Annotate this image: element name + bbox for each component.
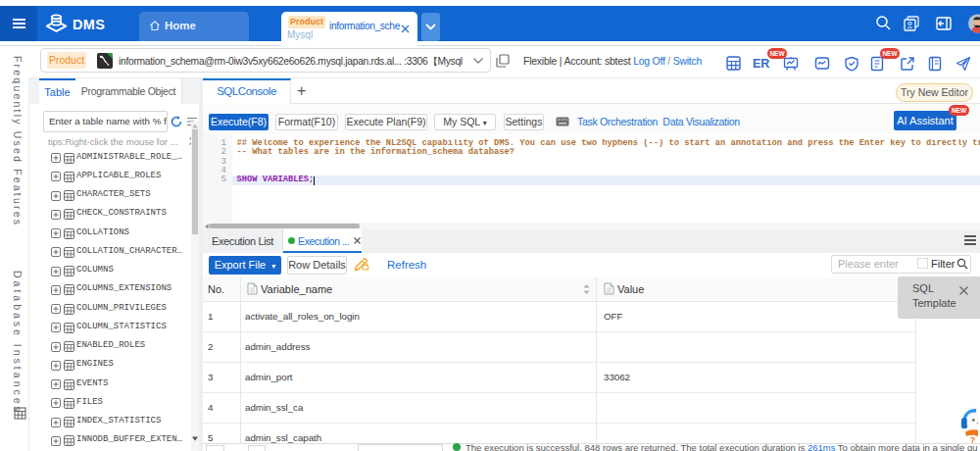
svg-text:?: ? xyxy=(970,435,975,445)
